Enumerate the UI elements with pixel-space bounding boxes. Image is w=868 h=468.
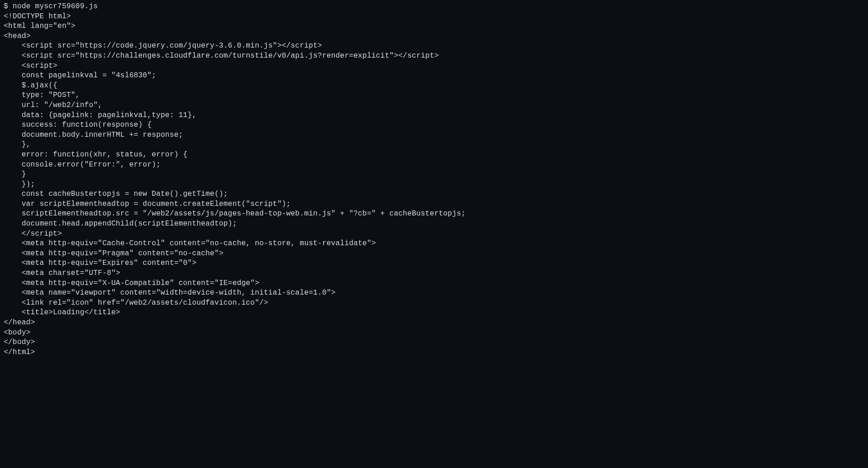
terminal-line: </body> <box>4 338 864 348</box>
terminal-line: success: function(response) { <box>4 120 864 130</box>
terminal-line: <meta http-equiv="Expires" content="0"> <box>4 258 864 269</box>
terminal-line: <meta http-equiv="X-UA-Compatible" conte… <box>4 279 864 289</box>
terminal-line: <meta http-equiv="Pragma" content="no-ca… <box>4 249 864 259</box>
terminal-line: <title>Loading</title> <box>4 308 864 318</box>
terminal-line: $.ajax({ <box>4 81 864 91</box>
terminal-line: <script src="https://code.jquery.com/jqu… <box>4 41 864 51</box>
terminal-line: </head> <box>4 318 864 328</box>
terminal-line: <meta charset="UTF-8"> <box>4 269 864 279</box>
terminal-line: const cacheBustertopjs = new Date().getT… <box>4 189 864 199</box>
terminal-line: }, <box>4 140 864 150</box>
terminal-line: const pagelinkval = "4sl6830"; <box>4 71 864 81</box>
terminal-line: <meta name="viewport" content="width=dev… <box>4 288 864 298</box>
terminal-line: <html lang="en"> <box>4 22 864 32</box>
terminal-line: <script src="https://challenges.cloudfla… <box>4 51 864 61</box>
terminal-line: error: function(xhr, status, error) { <box>4 150 864 160</box>
terminal-line: <!DOCTYPE html> <box>4 12 864 22</box>
terminal-line: <link rel="icon" href="/web2/assets/clou… <box>4 298 864 308</box>
terminal-line: type: "POST", <box>4 91 864 101</box>
terminal-line: </html> <box>4 348 864 358</box>
terminal-line: document.head.appendChild(scriptElementh… <box>4 219 864 229</box>
terminal-line: scriptElementheadtop.src = "/web2/assets… <box>4 209 864 219</box>
terminal-line: var scriptElementheadtop = document.crea… <box>4 199 864 210</box>
terminal-output[interactable]: $ node myscr759609.js<!DOCTYPE html><htm… <box>0 0 868 359</box>
terminal-line: }); <box>4 180 864 190</box>
terminal-line: data: {pagelink: pagelinkval,type: 11}, <box>4 111 864 121</box>
terminal-line: </script> <box>4 229 864 239</box>
terminal-line: <head> <box>4 32 864 42</box>
terminal-line: document.body.innerHTML += response; <box>4 130 864 140</box>
terminal-line: <script> <box>4 61 864 71</box>
terminal-line: $ node myscr759609.js <box>4 2 864 12</box>
terminal-line: console.error("Error:", error); <box>4 160 864 170</box>
terminal-line: <meta http-equiv="Cache-Control" content… <box>4 239 864 249</box>
terminal-line: url: "/web2/info", <box>4 101 864 111</box>
terminal-line: } <box>4 170 864 180</box>
terminal-line: <body> <box>4 328 864 338</box>
